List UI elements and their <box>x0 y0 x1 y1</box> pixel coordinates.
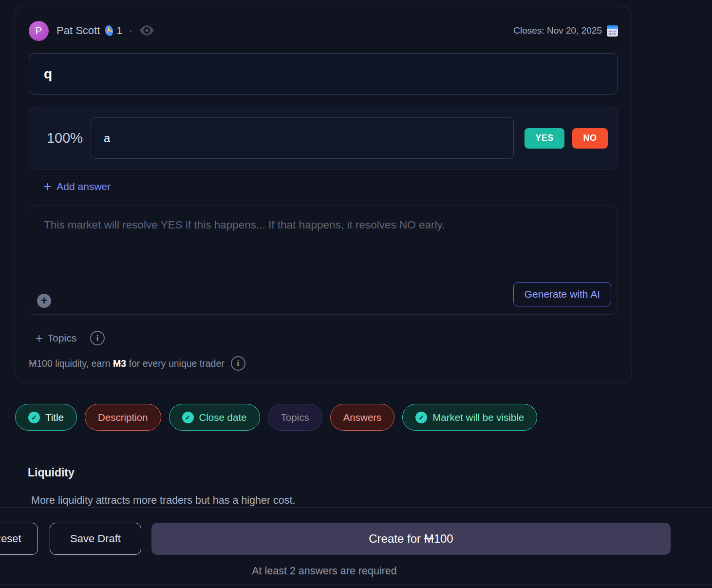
badge-label: Topics <box>281 412 309 423</box>
calendar-icon <box>607 25 618 37</box>
liquidity-note-text: 100 liquidity, earn <box>37 358 113 369</box>
status-badge-description: Description <box>85 404 161 431</box>
mana-symbol: M <box>29 358 37 369</box>
no-button[interactable]: NO <box>572 128 608 149</box>
market-form-panel: P Pat Scott 1 · Closes: Nov 20, 2025 <box>15 6 632 382</box>
check-icon: ✓ <box>182 412 194 423</box>
plus-icon: + <box>36 331 43 345</box>
liquidity-info-icon[interactable]: i <box>231 356 245 371</box>
footer-divider <box>0 507 712 508</box>
status-badge-close-date: ✓ Close date <box>169 404 260 431</box>
badge-label: Description <box>98 412 148 423</box>
visibility-eye-icon[interactable] <box>140 25 154 36</box>
mana-symbol: M <box>424 532 434 545</box>
answer-probability: 100% <box>39 130 91 146</box>
answer-input[interactable] <box>91 117 514 159</box>
avatar[interactable]: P <box>29 21 49 41</box>
status-badge-topics: Topics <box>268 404 322 431</box>
close-date-display[interactable]: Closes: Nov 20, 2025 <box>513 25 618 37</box>
add-attachment-button[interactable]: + <box>37 294 51 308</box>
yes-button[interactable]: YES <box>525 128 564 149</box>
mana-symbol-bold: M <box>113 358 121 369</box>
user-badge-count: 1 <box>116 24 122 37</box>
status-badge-answers: Answers <box>330 404 395 431</box>
reset-button[interactable]: Reset <box>0 523 38 555</box>
username[interactable]: Pat Scott <box>56 24 100 37</box>
status-badge-title: ✓ Title <box>15 404 77 431</box>
create-market-button[interactable]: Create for M100 <box>151 523 671 555</box>
market-create-page: P Pat Scott 1 · Closes: Nov 20, 2025 <box>0 0 712 588</box>
closes-label: Closes: Nov 20, 2025 <box>513 25 602 36</box>
badge-label: Title <box>45 412 64 423</box>
description-textarea[interactable] <box>43 218 606 278</box>
validation-badges: ✓ Title Description ✓ Close date Topics … <box>15 404 537 431</box>
form-header: P Pat Scott 1 · Closes: Nov 20, 2025 <box>29 20 618 41</box>
liquidity-section-title: Liquidity <box>28 466 75 479</box>
answer-row: 100% YES NO <box>29 107 618 170</box>
add-answer-label: Add answer <box>56 181 111 192</box>
flipflop-icon <box>103 24 115 38</box>
badge-label: Close date <box>199 412 247 423</box>
description-editor: + Generate with AI <box>29 206 618 315</box>
bottom-edge-line <box>0 584 712 585</box>
liquidity-section-description: More liquidity attracts more traders but… <box>31 494 296 507</box>
badge-label: Answers <box>343 412 382 423</box>
status-badge-visibility: ✓ Market will be visible <box>402 404 537 431</box>
topics-info-icon[interactable]: i <box>90 331 105 345</box>
save-draft-button[interactable]: Save Draft <box>50 523 141 555</box>
question-input[interactable] <box>29 53 618 95</box>
answers-required-note: At least 2 answers are required <box>0 565 649 577</box>
check-icon: ✓ <box>28 412 40 423</box>
plus-icon: + <box>43 180 51 193</box>
earn-amount: 3 <box>121 358 126 369</box>
generate-with-ai-button[interactable]: Generate with AI <box>513 282 611 306</box>
topics-row: + Topics i <box>36 331 618 345</box>
check-icon: ✓ <box>415 412 427 423</box>
add-topics-button[interactable]: Topics <box>48 332 77 344</box>
badge-label: Market will be visible <box>432 412 524 423</box>
dot-separator: · <box>129 24 132 37</box>
liquidity-note-suffix: for every unique trader <box>126 358 225 369</box>
liquidity-note: M100 liquidity, earn M3 for every unique… <box>29 356 618 371</box>
create-label-prefix: Create for <box>369 532 424 545</box>
create-amount: 100 <box>434 532 453 545</box>
add-answer-button[interactable]: + Add answer <box>43 179 111 194</box>
